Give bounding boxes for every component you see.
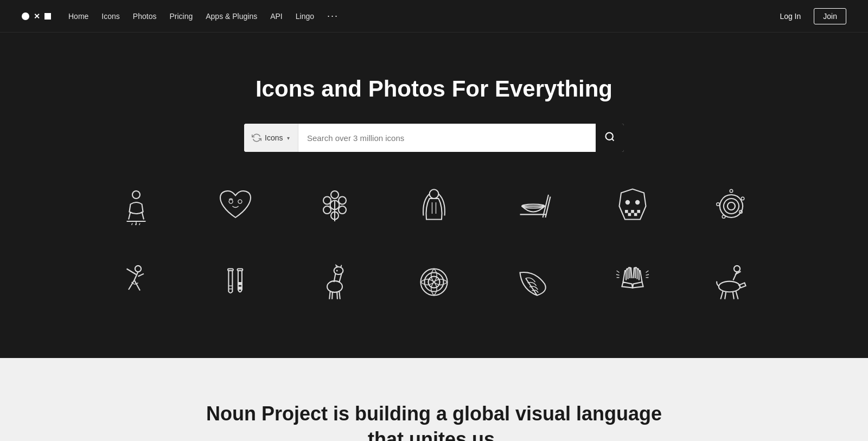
svg-rect-29	[628, 213, 631, 216]
svg-point-9	[331, 191, 339, 199]
icon-rider[interactable]	[699, 250, 764, 315]
svg-point-60	[719, 282, 740, 292]
svg-line-57	[646, 274, 649, 275]
svg-point-7	[229, 200, 233, 203]
icon-tropical-leaf[interactable]	[501, 250, 566, 315]
bottom-headline: Noun Project is building a global visual…	[22, 401, 846, 441]
main-nav: ✕ Home Icons Photos Pricing Apps & Plugi…	[0, 0, 868, 33]
svg-point-11	[339, 197, 346, 204]
svg-rect-42	[238, 286, 242, 290]
icon-high-five[interactable]	[600, 250, 665, 315]
svg-point-12	[323, 206, 331, 214]
icons-type-icon	[252, 133, 261, 143]
svg-point-24	[625, 200, 629, 204]
logo-square-icon	[44, 13, 51, 20]
svg-point-31	[730, 189, 733, 193]
nav-right: Log In Join	[773, 8, 846, 24]
icons-row-1	[87, 174, 781, 239]
search-button[interactable]	[596, 124, 624, 152]
icon-traditional-woman[interactable]	[401, 174, 467, 239]
search-type-label: Icons	[265, 133, 283, 142]
svg-line-46	[332, 292, 333, 299]
search-type-caret-icon: ▾	[287, 135, 290, 141]
svg-line-6	[139, 223, 140, 226]
svg-line-4	[132, 223, 132, 226]
nav-lingo[interactable]: Lingo	[296, 12, 314, 21]
hero-section: Icons and Photos For Everything Icons ▾	[0, 33, 868, 358]
svg-point-34	[723, 215, 726, 219]
search-icon	[604, 131, 615, 145]
nav-icons[interactable]: Icons	[101, 12, 119, 21]
icons-row-2	[87, 250, 781, 315]
icon-bowl-chopsticks[interactable]	[501, 174, 566, 239]
svg-line-63	[733, 292, 734, 299]
svg-rect-26	[625, 210, 628, 213]
icons-showcase	[54, 152, 814, 325]
svg-line-54	[616, 274, 620, 275]
icon-meditation[interactable]	[104, 174, 169, 239]
svg-point-49	[336, 270, 338, 272]
login-button[interactable]: Log In	[773, 9, 807, 24]
nav-more-icon[interactable]: ···	[327, 10, 339, 22]
logo-x-icon: ✕	[34, 12, 40, 21]
logo[interactable]: ✕	[22, 12, 51, 21]
icon-spiral-shell[interactable]	[699, 174, 764, 239]
icon-llama[interactable]	[302, 250, 367, 315]
icon-heart-face[interactable]	[203, 174, 268, 239]
svg-line-53	[616, 271, 619, 273]
svg-line-48	[340, 292, 340, 299]
nav-pricing[interactable]: Pricing	[169, 12, 193, 21]
svg-rect-27	[631, 210, 634, 213]
svg-line-62	[725, 292, 726, 299]
svg-point-35	[717, 203, 720, 206]
svg-point-44	[327, 281, 342, 292]
svg-line-61	[721, 291, 723, 299]
icon-ai-head[interactable]	[600, 174, 665, 239]
bottom-section: Noun Project is building a global visual…	[0, 358, 868, 441]
svg-point-43	[334, 267, 343, 274]
logo-circle-icon	[22, 12, 29, 20]
nav-photos[interactable]: Photos	[133, 12, 157, 21]
svg-point-8	[238, 200, 242, 203]
search-bar: Icons ▾	[244, 124, 624, 152]
nav-home[interactable]: Home	[68, 12, 88, 21]
svg-rect-37	[228, 269, 233, 271]
nav-links: Home Icons Photos Pricing Apps & Plugins…	[68, 10, 339, 22]
svg-rect-30	[634, 213, 637, 216]
svg-point-59	[734, 266, 740, 272]
nav-api[interactable]: API	[270, 12, 283, 21]
svg-line-56	[646, 271, 648, 273]
nav-apps-plugins[interactable]: Apps & Plugins	[206, 12, 257, 21]
svg-point-10	[323, 197, 331, 204]
icon-knot-pattern[interactable]	[401, 250, 467, 315]
svg-line-64	[736, 291, 738, 299]
svg-line-47	[337, 292, 337, 299]
hero-title: Icons and Photos For Everything	[256, 76, 612, 102]
join-button[interactable]: Join	[814, 8, 846, 24]
icon-test-tubes[interactable]	[203, 250, 268, 315]
svg-point-2	[132, 191, 140, 199]
search-input[interactable]	[298, 124, 596, 152]
svg-rect-40	[238, 269, 243, 271]
svg-rect-41	[238, 282, 242, 285]
svg-point-32	[742, 197, 745, 200]
svg-point-36	[135, 266, 141, 272]
svg-line-1	[612, 138, 614, 140]
icon-flower-lungs[interactable]	[302, 174, 367, 239]
svg-rect-28	[637, 210, 640, 213]
search-type-selector[interactable]: Icons ▾	[244, 124, 298, 152]
svg-point-13	[339, 206, 346, 214]
nav-left: ✕ Home Icons Photos Pricing Apps & Plugi…	[22, 10, 339, 22]
svg-point-17	[430, 189, 439, 199]
svg-point-0	[606, 132, 613, 139]
icon-dancer[interactable]	[104, 250, 169, 315]
svg-line-45	[329, 292, 330, 299]
svg-point-25	[635, 200, 640, 204]
